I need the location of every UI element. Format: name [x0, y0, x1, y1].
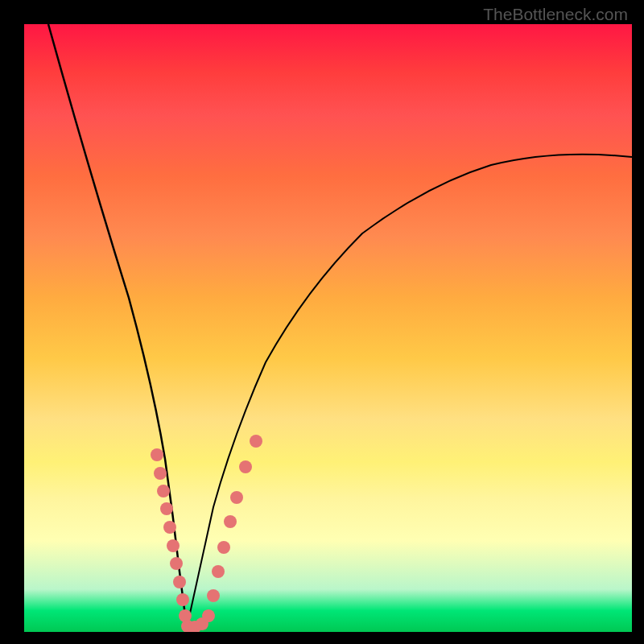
data-marker — [173, 576, 186, 588]
data-marker — [217, 541, 230, 554]
data-marker — [250, 435, 262, 448]
data-marker — [176, 593, 189, 606]
data-marker — [239, 460, 252, 473]
data-marker — [154, 467, 167, 480]
data-marker — [212, 565, 225, 578]
data-marker — [170, 557, 183, 570]
data-marker — [160, 502, 173, 515]
data-marker — [167, 539, 180, 552]
chart-svg — [24, 24, 632, 632]
curve-left-branch — [48, 24, 187, 628]
data-marker — [230, 491, 243, 504]
watermark-text: TheBottleneck.com — [483, 5, 628, 24]
curve-right-branch — [187, 155, 632, 628]
data-marker — [151, 448, 163, 461]
data-marker — [202, 609, 215, 622]
data-marker — [207, 589, 220, 602]
data-marker — [157, 485, 170, 497]
data-marker — [224, 515, 237, 528]
chart-plot-area — [24, 24, 632, 632]
data-marker — [163, 521, 176, 534]
